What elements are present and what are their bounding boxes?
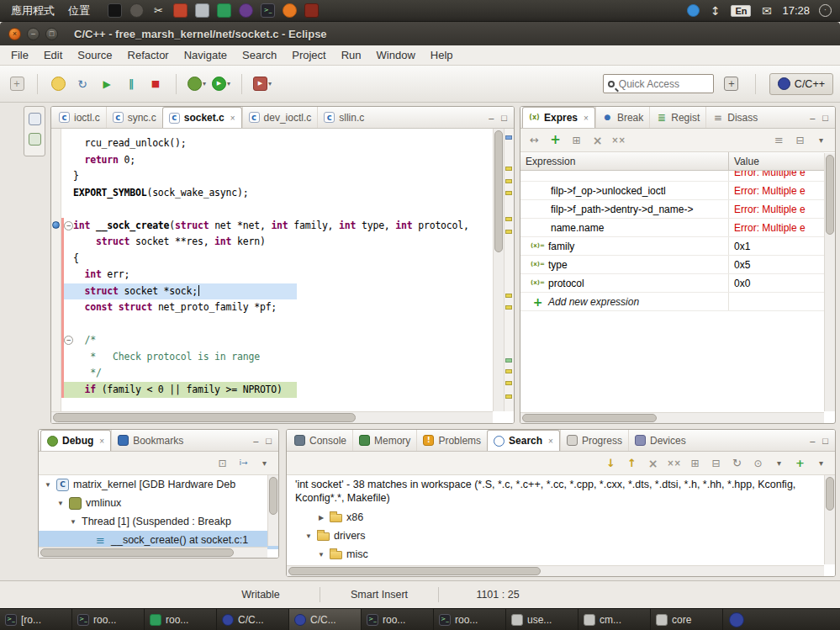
clock[interactable]: 17:28 xyxy=(782,4,810,17)
quick-access-box[interactable] xyxy=(603,74,714,93)
tab-socket-c[interactable]: csocket.c× xyxy=(162,107,242,128)
tab-dev-ioctl-c[interactable]: cdev_ioctl.c xyxy=(242,107,318,128)
expressions-hscrollbar[interactable] xyxy=(520,412,824,423)
tab-disass[interactable]: ≡Disass xyxy=(705,107,763,128)
scrollbar-thumb[interactable] xyxy=(53,413,356,422)
tree-expander-icon[interactable]: ▼ xyxy=(317,551,325,559)
code-line[interactable]: return 0; xyxy=(61,152,493,169)
minimize-pane-icon[interactable]: – xyxy=(489,113,494,123)
power-icon[interactable]: · xyxy=(819,4,832,17)
annotation-mark[interactable] xyxy=(505,167,512,171)
annotation-mark[interactable] xyxy=(505,230,512,234)
tab-progress[interactable]: Progress xyxy=(560,430,628,451)
expression-row[interactable]: Error: Multiple e xyxy=(520,171,824,182)
dropdown-arrow-icon[interactable]: ▾ xyxy=(203,80,206,87)
annotation-mark[interactable] xyxy=(505,191,512,195)
remove-icon[interactable]: × xyxy=(591,134,604,146)
add-expr-icon[interactable]: + xyxy=(549,134,562,146)
project-explorer-icon[interactable] xyxy=(29,133,41,146)
minimize-pane-icon[interactable]: – xyxy=(810,436,815,446)
code-line[interactable]: if (family < 0 || family >= NPROTO) xyxy=(61,382,493,399)
titlebar[interactable]: × – □ C/C++ - free_marsh_kernel/net/sock… xyxy=(0,22,840,45)
code-area[interactable]: rcu_read_unlock(); return 0;}EXPORT_SYMB… xyxy=(61,129,493,411)
code-line[interactable]: const struct net_proto_family *pf; xyxy=(61,299,493,316)
tree-item-matrix-kernel-gdb-hardware-deb[interactable]: ▼Cmatrix_kernel [GDB Hardware Deb xyxy=(39,475,278,494)
expression-row[interactable]: filp->f_path->dentry->d_name->Error: Mul… xyxy=(520,200,824,219)
quick-access-input[interactable] xyxy=(619,78,709,90)
maximize-pane-icon[interactable]: □ xyxy=(822,113,828,123)
breakpoint-marker-icon[interactable] xyxy=(52,221,60,229)
collapse-all-icon[interactable]: ⊟ xyxy=(710,457,722,469)
show-type-names-icon[interactable]: ↔ xyxy=(528,134,541,146)
taskbar-item[interactable]: use... xyxy=(506,609,578,630)
code-line[interactable] xyxy=(61,201,493,218)
close-tab-icon[interactable]: × xyxy=(584,114,589,123)
code-line[interactable]: −int __sock_create(struct net *net, int … xyxy=(61,218,493,235)
scrollbar-thumb[interactable] xyxy=(288,567,541,575)
expression-row[interactable]: filp->f_op->unlocked_ioctlError: Multipl… xyxy=(520,182,824,200)
scrollbar-thumb[interactable] xyxy=(522,414,657,422)
applications-menu[interactable]: 應用程式 xyxy=(5,3,61,19)
remove-all-icon[interactable]: ×× xyxy=(612,134,625,146)
menu-help[interactable]: Help xyxy=(423,47,461,63)
view-menu-icon[interactable]: ▾ xyxy=(815,134,827,146)
taskbar-item[interactable]: >_roo... xyxy=(72,609,145,630)
view-menu-icon[interactable]: ▾ xyxy=(815,457,827,469)
suspend-button[interactable]: ‖ xyxy=(121,73,141,95)
code-line[interactable]: * Check protocol is in range xyxy=(61,349,493,366)
code-line[interactable]: struct socket **res, int kern) xyxy=(61,234,493,251)
taskbar-item[interactable]: >_roo... xyxy=(362,609,434,630)
editor-hscrollbar[interactable] xyxy=(51,411,493,423)
terminate-button[interactable]: ■ xyxy=(145,73,166,95)
dropdown-arrow-icon[interactable]: ▾ xyxy=(268,80,272,87)
tab-problems[interactable]: !Problems xyxy=(416,430,487,451)
taskbar-item[interactable]: roo... xyxy=(145,609,217,630)
tab-expres[interactable]: (x)Expres× xyxy=(522,107,595,128)
annotation-mark[interactable] xyxy=(505,217,512,221)
taskbar-item[interactable]: C/C... xyxy=(217,609,289,630)
code-line[interactable]: { xyxy=(61,251,493,267)
tab-sync-c[interactable]: csync.c xyxy=(106,107,162,128)
display-icon[interactable] xyxy=(108,3,122,18)
maximize-pane-icon[interactable]: □ xyxy=(822,436,828,446)
dropdown-arrow-icon[interactable]: ▾ xyxy=(227,80,230,87)
remove-all-icon[interactable]: ×× xyxy=(668,457,680,469)
open-perspective-button[interactable]: + xyxy=(721,73,742,95)
history-menu-icon[interactable]: ▾ xyxy=(773,457,785,469)
expression-row[interactable]: name.nameError: Multiple e xyxy=(520,219,824,237)
calculator-icon[interactable] xyxy=(195,3,209,18)
menu-window[interactable]: Window xyxy=(369,47,423,63)
perspective-cpp-button[interactable]: C/C++ xyxy=(769,73,833,95)
red-table-icon[interactable] xyxy=(173,3,188,18)
menu-refactor[interactable]: Refactor xyxy=(120,47,177,63)
purple-app-icon[interactable] xyxy=(239,3,253,18)
menu-search[interactable]: Search xyxy=(235,47,284,63)
annotation-mark[interactable] xyxy=(505,394,512,399)
code-line[interactable]: */ xyxy=(61,365,493,382)
scrollbar-thumb[interactable] xyxy=(269,477,277,515)
tree-item-x86[interactable]: ▶x86 xyxy=(287,508,835,527)
resume-button[interactable]: ▶ xyxy=(97,73,117,95)
taskbar-item[interactable]: core xyxy=(651,609,723,630)
column-header-expression[interactable]: Expression xyxy=(520,152,729,170)
code-line[interactable]: rcu_read_unlock(); xyxy=(61,135,493,152)
firefox-icon[interactable] xyxy=(283,3,297,18)
run-search-again-icon[interactable]: ↻ xyxy=(731,457,743,469)
expressions-vscrollbar[interactable] xyxy=(824,153,835,411)
tree-expander-icon[interactable]: ▶ xyxy=(317,514,325,521)
expression-row[interactable]: (x)=type0x5 xyxy=(520,256,824,274)
close-tab-icon[interactable]: × xyxy=(548,437,553,446)
annotation-mark[interactable] xyxy=(505,135,512,140)
expression-row[interactable]: +Add new expression xyxy=(520,293,824,311)
maximize-pane-icon[interactable]: □ xyxy=(501,113,507,123)
show-columns-icon[interactable]: ⊞ xyxy=(570,134,583,146)
run-button[interactable]: ▶▾ xyxy=(211,73,231,95)
green-app-icon[interactable] xyxy=(217,3,231,18)
taskbar-item[interactable]: >_roo... xyxy=(434,609,506,630)
overview-ruler[interactable] xyxy=(504,129,514,411)
close-tab-icon[interactable]: × xyxy=(230,114,235,123)
editor-vscrollbar[interactable] xyxy=(493,129,504,411)
tree-item-misc[interactable]: ▼misc xyxy=(287,545,835,564)
menu-project[interactable]: Project xyxy=(284,47,333,63)
tree-expander-icon[interactable]: ▼ xyxy=(69,518,77,526)
